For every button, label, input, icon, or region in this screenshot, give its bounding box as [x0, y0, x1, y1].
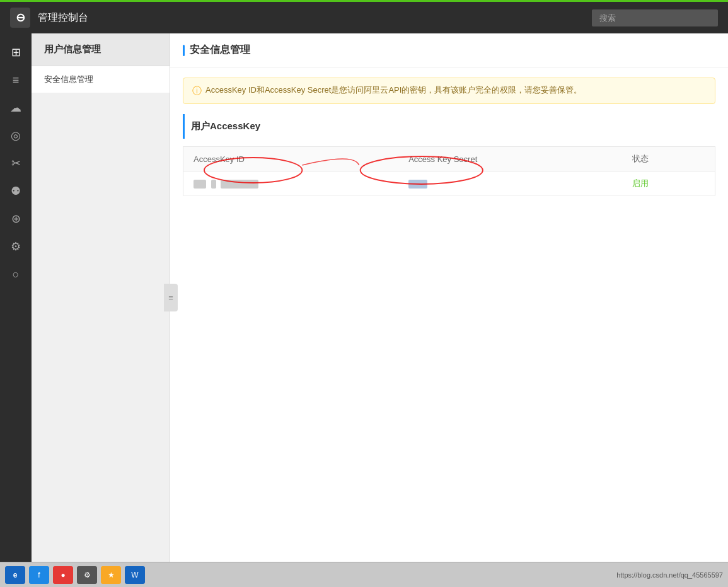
- col-header-id: AccessKey ID: [183, 147, 399, 171]
- cell-status: 启用: [622, 171, 715, 196]
- taskbar-item-3[interactable]: ●: [53, 566, 73, 584]
- sidebar-icon-cloud[interactable]: ☁: [3, 95, 28, 120]
- id-blur-2: [211, 180, 216, 189]
- notice-bar: ⓘ AccessKey ID和AccessKey Secret是您访问阿里云AP…: [183, 78, 715, 104]
- taskbar-item-6[interactable]: W: [125, 566, 145, 584]
- main-layout: ⊞ ≡ ☁ ◎ ✂ ⚉ ⊕ ⚙ ○ 用户信息管理 安全信息管理 ≡ 安全信息管理…: [0, 33, 728, 562]
- id-blur-1: [194, 180, 206, 189]
- page-title-bar: 安全信息管理: [170, 33, 728, 67]
- table-row: 启用: [183, 171, 715, 196]
- accesskey-table: AccessKey ID Access Key Secret 状态: [183, 146, 715, 196]
- notice-text: AccessKey ID和AccessKey Secret是您访问阿里云API的…: [205, 84, 582, 96]
- status-badge: 启用: [632, 178, 649, 188]
- warning-icon: ⓘ: [192, 85, 202, 97]
- nav-sidebar: 用户信息管理 安全信息管理: [32, 33, 170, 562]
- sidebar-icon-settings[interactable]: ⚙: [3, 234, 28, 259]
- sidebar-collapse-button[interactable]: ≡: [164, 284, 178, 311]
- secret-blur: [408, 180, 427, 189]
- sidebar-icon-list[interactable]: ≡: [3, 67, 28, 93]
- app-title: 管理控制台: [38, 11, 592, 25]
- topbar: ⊖ 管理控制台: [0, 2, 728, 33]
- icon-sidebar: ⊞ ≡ ☁ ◎ ✂ ⚉ ⊕ ⚙ ○: [0, 33, 32, 562]
- taskbar-item-2[interactable]: f: [29, 566, 49, 584]
- sidebar-icon-users[interactable]: ⚉: [3, 178, 28, 204]
- taskbar-item-5[interactable]: ★: [101, 566, 121, 584]
- sidebar-icon-circle[interactable]: ○: [3, 262, 28, 287]
- sidebar-item-security[interactable]: 安全信息管理: [32, 66, 170, 93]
- sidebar-icon-grid[interactable]: ⊞: [3, 40, 28, 65]
- taskbar-item-4[interactable]: ⚙: [77, 566, 97, 584]
- page-title: 安全信息管理: [190, 44, 250, 57]
- accesskey-table-area: AccessKey ID Access Key Secret 状态: [183, 146, 715, 196]
- cell-secret: [398, 171, 622, 196]
- sidebar-icon-db[interactable]: ◎: [3, 123, 28, 148]
- col-header-status: 状态: [622, 147, 715, 171]
- nav-sidebar-header: 用户信息管理: [32, 33, 170, 66]
- taskbar: e f ● ⚙ ★ W https://blog.csdn.net/qq_455…: [0, 562, 728, 587]
- main-content: 安全信息管理 ⓘ AccessKey ID和AccessKey Secret是您…: [170, 33, 728, 562]
- id-blur-3: [221, 180, 258, 189]
- accesskey-section: 用户AccessKey AccessKey ID Access Key Secr…: [183, 114, 715, 196]
- taskbar-url: https://blog.csdn.net/qq_45565597: [616, 571, 723, 579]
- col-header-secret: Access Key Secret: [398, 147, 622, 171]
- taskbar-item-1[interactable]: e: [5, 566, 25, 584]
- cell-id: [183, 171, 399, 196]
- logo: ⊖: [10, 8, 30, 28]
- section-title: 用户AccessKey: [183, 114, 715, 139]
- sidebar-icon-scissors[interactable]: ✂: [3, 151, 28, 176]
- search-input[interactable]: [592, 9, 718, 26]
- sidebar-icon-globe[interactable]: ⊕: [3, 206, 28, 231]
